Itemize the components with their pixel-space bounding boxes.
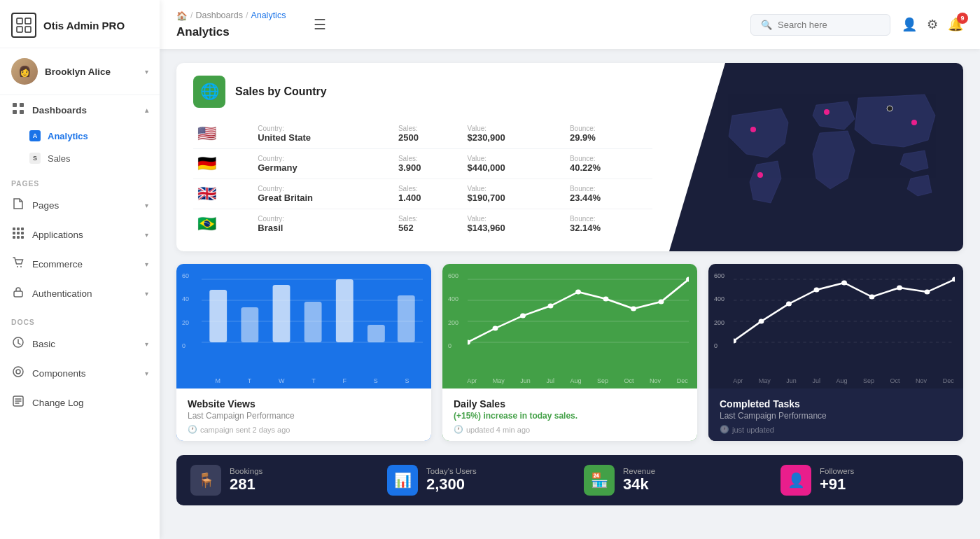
- completed-tasks-card: 6004002000: [708, 264, 963, 441]
- website-views-footer: Website Views Last Campaign Performance …: [176, 388, 431, 441]
- completed-tasks-footer: Completed Tasks Last Campaign Performanc…: [708, 388, 963, 441]
- clock-icon: 🕐: [188, 425, 197, 434]
- daily-sales-title: Daily Sales: [454, 398, 686, 410]
- website-views-subtitle: Last Campaign Performance: [188, 411, 420, 421]
- svg-point-26: [824, 109, 830, 115]
- country-flag: 🇧🇷: [197, 215, 216, 232]
- svg-rect-7: [20, 110, 24, 114]
- stat-value: 34k: [623, 475, 655, 493]
- app-title: Otis Admin PRO: [43, 20, 125, 31]
- svg-point-48: [575, 290, 581, 295]
- table-row: 🇺🇸 Country: United State Sales: 2500 Val…: [193, 119, 652, 149]
- svg-point-50: [631, 307, 636, 312]
- content-area: 🌐 Sales by Country 🇺🇸 Country: United St…: [160, 49, 980, 539]
- breadcrumb: 🏠 / Dashboards / Analytics Analytics: [176, 10, 286, 39]
- stat-item: 🪑 Bookings 281: [176, 455, 373, 505]
- stat-label: Revenue: [623, 467, 655, 475]
- stats-bar: 🪑 Bookings 281 📊 Today's Users 2,300 🏪 R…: [176, 455, 963, 505]
- stat-icon: 🪑: [190, 465, 221, 496]
- changelog-icon: [11, 395, 25, 410]
- svg-point-28: [911, 120, 917, 125]
- completed-tasks-line-svg: [734, 272, 955, 356]
- daily-sales-subtitle: (+15%) increase in today sales.: [454, 411, 686, 421]
- daily-sales-meta: 🕐 updated 4 min ago: [454, 425, 686, 434]
- dashboards-chevron-icon: ▴: [145, 106, 148, 114]
- applications-chevron-icon: ▾: [145, 231, 148, 239]
- svg-rect-3: [25, 27, 31, 32]
- search-box[interactable]: 🔍: [750, 14, 890, 36]
- applications-icon: [11, 227, 25, 242]
- stat-value: +91: [820, 475, 854, 493]
- sales-card-icon: 🌐: [193, 76, 225, 108]
- daily-sales-footer: Daily Sales (+15%) increase in today sal…: [442, 388, 697, 441]
- pages-chevron-icon: ▾: [145, 202, 148, 209]
- notifications-icon[interactable]: 🔔 9: [948, 17, 963, 32]
- authentication-label: Authentication: [32, 288, 138, 299]
- sidebar-item-changelog[interactable]: Change Log: [0, 388, 160, 417]
- clock-icon2: 🕐: [454, 425, 463, 434]
- sidebar-item-sales[interactable]: S Sales: [0, 147, 160, 169]
- sales-table-section: 🌐 Sales by Country 🇺🇸 Country: United St…: [176, 63, 669, 251]
- user-profile[interactable]: 👩 Brooklyn Alice ▾: [0, 48, 160, 95]
- website-views-title: Website Views: [188, 398, 420, 410]
- svg-rect-9: [17, 227, 20, 230]
- svg-point-18: [20, 266, 22, 267]
- svg-point-59: [786, 302, 792, 307]
- svg-rect-5: [20, 103, 24, 107]
- page-title: Analytics: [176, 25, 230, 39]
- bar-chart-svg: [202, 272, 423, 356]
- sales-by-country-card: 🌐 Sales by Country 🇺🇸 Country: United St…: [176, 63, 963, 251]
- sidebar-item-analytics[interactable]: A Analytics: [0, 125, 160, 147]
- website-views-meta: 🕐 campaign sent 2 days ago: [188, 425, 420, 434]
- sidebar-item-pages[interactable]: Pages ▾: [0, 190, 160, 220]
- user-icon[interactable]: 👤: [902, 17, 917, 32]
- sidebar: Otis Admin PRO 👩 Brooklyn Alice ▾ Dashbo…: [0, 0, 160, 539]
- settings-icon[interactable]: ⚙: [927, 17, 938, 32]
- sidebar-item-dashboards[interactable]: Dashboards ▴: [0, 95, 160, 125]
- search-icon: 🔍: [761, 20, 772, 30]
- svg-rect-16: [21, 236, 24, 239]
- sales-label: Sales: [48, 153, 71, 164]
- breadcrumb-dashboards[interactable]: Dashboards: [195, 10, 242, 20]
- svg-rect-38: [368, 325, 385, 342]
- svg-point-63: [897, 286, 902, 290]
- applications-label: Applications: [32, 230, 138, 240]
- svg-point-46: [520, 314, 526, 318]
- analytics-badge: A: [29, 130, 41, 141]
- sidebar-item-components[interactable]: Components ▾: [0, 358, 160, 388]
- svg-point-62: [869, 295, 875, 300]
- website-views-y-labels: 6040200: [182, 272, 189, 349]
- website-views-card: 6040200: [176, 264, 431, 441]
- svg-rect-6: [13, 110, 17, 114]
- stat-label: Today's Users: [426, 467, 477, 475]
- sidebar-item-authentication[interactable]: Authentication ▾: [0, 279, 160, 308]
- main-content: 🏠 / Dashboards / Analytics Analytics ☰ 🔍…: [160, 0, 980, 539]
- hamburger-icon[interactable]: ☰: [314, 16, 326, 33]
- svg-rect-8: [13, 227, 15, 230]
- svg-rect-37: [336, 279, 354, 342]
- sidebar-item-basic[interactable]: Basic ▾: [0, 329, 160, 358]
- dashboards-label: Dashboards: [32, 105, 138, 115]
- svg-rect-11: [13, 232, 15, 234]
- sales-card-title: Sales by Country: [235, 85, 327, 98]
- charts-row: 6040200: [176, 264, 963, 441]
- website-views-x-labels: MTWTFSS: [176, 376, 431, 388]
- completed-tasks-title: Completed Tasks: [720, 398, 952, 410]
- daily-sales-card: 6004002000: [442, 264, 697, 441]
- components-label: Components: [32, 368, 138, 379]
- svg-point-45: [493, 326, 498, 331]
- sidebar-item-ecommerce[interactable]: Ecommerce ▾: [0, 249, 160, 279]
- search-input[interactable]: [778, 20, 880, 30]
- svg-point-27: [887, 106, 892, 111]
- basic-icon: [11, 336, 25, 351]
- sidebar-item-applications[interactable]: Applications ▾: [0, 220, 160, 249]
- svg-rect-33: [209, 290, 227, 342]
- table-row: 🇧🇷 Country: Brasil Sales: 562 Value: $14…: [193, 209, 652, 239]
- user-chevron-icon: ▾: [145, 68, 148, 76]
- basic-chevron-icon: ▾: [145, 340, 148, 348]
- svg-rect-35: [273, 285, 290, 342]
- daily-sales-y-labels: 6004002000: [448, 272, 458, 349]
- daily-sales-x-labels: AprMayJunJulAugSepOctNovDec: [442, 376, 697, 388]
- analytics-label: Analytics: [48, 131, 88, 141]
- stat-item: 👤 Followers +91: [766, 455, 963, 505]
